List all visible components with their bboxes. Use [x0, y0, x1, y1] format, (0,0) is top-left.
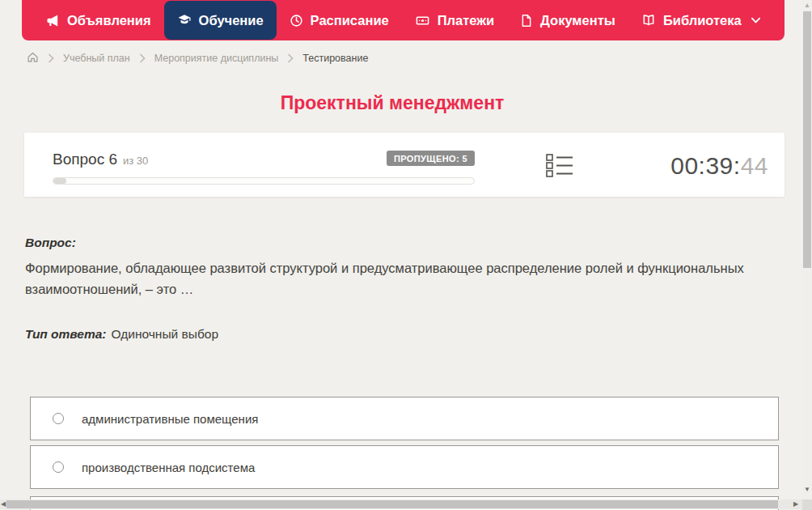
scroll-right-arrow-icon[interactable]: ▶: [793, 500, 798, 508]
answer-option-label: административные помещения: [82, 412, 258, 426]
page-title: Проектный менеджмент: [0, 92, 785, 114]
breadcrumb: Учебный план Мероприятие дисциплины Тест…: [27, 51, 368, 66]
breadcrumb-study-plan[interactable]: Учебный план: [63, 53, 130, 64]
scrollbar-corner: [802, 499, 812, 510]
question-text: Формирование, обладающее развитой структ…: [25, 257, 784, 300]
nav-item-announcements[interactable]: Объявления: [33, 0, 164, 40]
test-page: Объявления Обучение Расписание Платежи Д…: [0, 0, 812, 510]
nav-item-label: Библиотека: [663, 13, 742, 28]
timer-hours-minutes: 00:39:: [670, 152, 740, 179]
question-header-card: Вопрос 6 из 30 ПРОПУЩЕНО: 5 00:39:44: [24, 133, 785, 197]
scroll-left-arrow-icon[interactable]: ◀: [1, 500, 6, 508]
megaphone-icon: [46, 14, 60, 28]
scroll-down-arrow-icon[interactable]: ▼: [802, 487, 812, 493]
radio-button[interactable]: [53, 461, 64, 473]
answer-type-label: Тип ответа:: [25, 327, 107, 341]
horizontal-scrollbar[interactable]: ◀ ▶: [0, 499, 802, 509]
clock-icon: [290, 14, 303, 28]
radio-button[interactable]: [53, 413, 64, 424]
nav-item-learning[interactable]: Обучение: [164, 1, 277, 40]
question-number: Вопрос 6: [53, 151, 117, 168]
progress-bar-fill: [53, 178, 66, 184]
vertical-scrollbar-thumb[interactable]: [803, 11, 811, 268]
nav-item-documents[interactable]: Документы: [507, 0, 628, 40]
main-navbar: Объявления Обучение Расписание Платежи Д…: [22, 0, 785, 40]
home-icon[interactable]: [27, 51, 39, 66]
answer-type-value: Одиночный выбор: [112, 327, 219, 341]
scroll-up-arrow-icon[interactable]: ▲: [802, 2, 812, 9]
answer-option-2[interactable]: производственная подсистема: [30, 445, 779, 489]
timer: 00:39:44: [670, 152, 768, 180]
question-total: из 30: [123, 155, 148, 167]
question-list-button[interactable]: [546, 153, 573, 178]
answer-option-1[interactable]: административные помещения: [30, 397, 779, 440]
answer-option-label: производственная подсистема: [82, 461, 255, 474]
breadcrumb-testing: Тестирование: [302, 53, 368, 64]
nav-item-payments[interactable]: Платежи: [402, 0, 507, 40]
timer-seconds: 44: [741, 152, 768, 179]
nav-item-label: Платежи: [438, 13, 494, 28]
question-progress-block: Вопрос 6 из 30 ПРОПУЩЕНО: 5: [53, 151, 475, 185]
question-number-row: Вопрос 6 из 30 ПРОПУЩЕНО: 5: [53, 151, 475, 172]
skipped-badge: ПРОПУЩЕНО: 5: [387, 151, 475, 166]
vertical-scrollbar[interactable]: ▲ ▼: [802, 0, 812, 499]
question-heading: Вопрос:: [25, 236, 784, 250]
breadcrumb-separator-icon: [287, 53, 294, 63]
question-body: Вопрос: Формирование, обладающее развито…: [25, 236, 784, 300]
nav-item-label: Обучение: [199, 13, 264, 28]
nav-item-library[interactable]: Библиотека: [628, 0, 774, 40]
horizontal-scrollbar-thumb[interactable]: [6, 500, 778, 508]
answer-type-row: Тип ответа:Одиночный выбор: [25, 327, 218, 342]
answer-options: административные помещения производствен…: [30, 397, 779, 510]
chevron-down-icon: [751, 16, 761, 24]
banknote-icon: [415, 14, 430, 28]
breadcrumb-separator-icon: [48, 53, 54, 63]
document-icon: [520, 14, 533, 28]
progress-bar: [53, 177, 475, 185]
nav-item-label: Расписание: [311, 13, 389, 28]
nav-item-label: Документы: [540, 13, 615, 28]
book-icon: [641, 14, 656, 28]
graduation-cap-icon: [177, 13, 192, 28]
nav-item-schedule[interactable]: Расписание: [277, 0, 402, 40]
list-icon: [546, 153, 573, 178]
nav-item-label: Объявления: [67, 13, 151, 28]
breadcrumb-discipline-event[interactable]: Мероприятие дисциплины: [154, 53, 279, 64]
breadcrumb-separator-icon: [139, 53, 146, 63]
